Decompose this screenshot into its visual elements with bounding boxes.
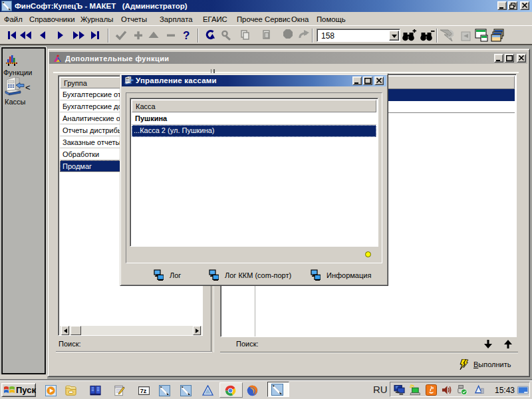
svg-text:7z: 7z (140, 388, 147, 394)
svg-text:?: ? (183, 30, 190, 41)
